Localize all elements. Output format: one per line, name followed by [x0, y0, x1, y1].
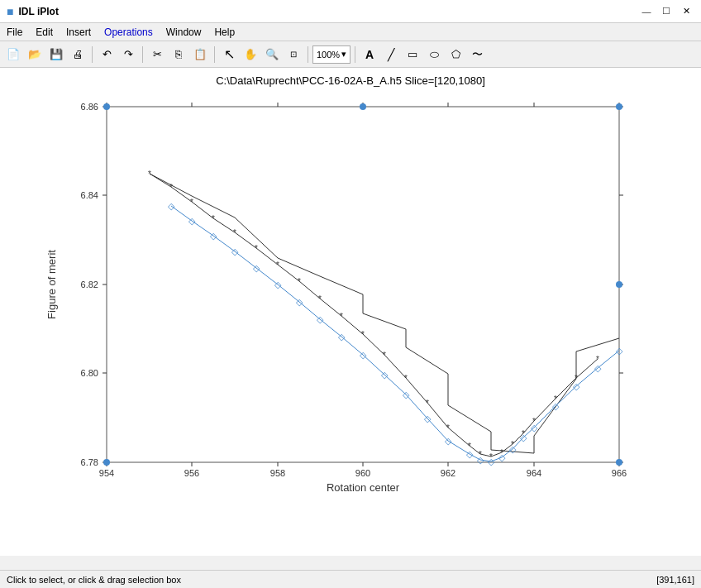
svg-text:*: *	[190, 198, 193, 207]
status-text: Click to select, or click & drag selecti…	[7, 575, 181, 585]
separator-3	[214, 46, 215, 63]
svg-text:958: 958	[270, 468, 285, 478]
svg-text:◇: ◇	[509, 444, 517, 454]
zoom-dropdown-icon: ▾	[341, 49, 346, 60]
svg-text:6.80: 6.80	[81, 368, 98, 378]
separator-4	[308, 46, 308, 63]
svg-text:964: 964	[527, 468, 541, 478]
svg-text:◇: ◇	[498, 452, 506, 462]
svg-text:954: 954	[99, 468, 114, 478]
open-button[interactable]: 📂	[25, 45, 45, 65]
svg-text:*: *	[318, 294, 322, 304]
svg-text:*: *	[426, 399, 429, 408]
svg-text:◇: ◇	[477, 455, 484, 465]
svg-text:◇: ◇	[445, 436, 452, 446]
menu-help[interactable]: Help	[207, 23, 241, 41]
polygon-button[interactable]: ⬠	[446, 45, 465, 65]
svg-text:*: *	[383, 351, 386, 360]
svg-text:◇: ◇	[317, 314, 324, 324]
new-button[interactable]: 📄	[3, 45, 23, 65]
coordinates-display: [391,161]	[656, 575, 694, 585]
svg-text:6.82: 6.82	[81, 280, 98, 289]
copy-button[interactable]: ⎘	[169, 45, 188, 65]
line-button[interactable]: ╱	[381, 45, 401, 65]
menu-operations[interactable]: Operations	[98, 23, 160, 41]
svg-text:*: *	[404, 374, 408, 383]
svg-text:956: 956	[184, 468, 199, 478]
plot-area[interactable]: 6.78 6.80 6.82 6.84 6.86 954 956 958 960…	[41, 90, 660, 495]
svg-text:◇: ◇	[168, 201, 175, 211]
menu-window[interactable]: Window	[160, 23, 208, 41]
zoom-value: 100%	[317, 50, 340, 60]
maximize-button[interactable]: ☐	[658, 3, 675, 20]
menu-bar: File Edit Insert Operations Window Help	[0, 23, 701, 41]
redo-button[interactable]: ↷	[118, 45, 138, 65]
svg-text:*: *	[276, 261, 279, 270]
select-button[interactable]: ↖	[219, 45, 239, 65]
paste-button[interactable]: 📋	[190, 45, 210, 65]
menu-edit[interactable]: Edit	[29, 23, 60, 41]
zoom-selector[interactable]: 100% ▾	[312, 45, 350, 64]
pan-button[interactable]: ✋	[241, 45, 260, 65]
svg-text:*: *	[233, 228, 236, 237]
svg-text:*: *	[361, 330, 365, 339]
save-button[interactable]: 💾	[46, 45, 66, 65]
zoom-in-button[interactable]: 🔍	[262, 45, 282, 65]
svg-text:*: *	[255, 244, 258, 253]
close-button[interactable]: ✕	[678, 3, 694, 20]
undo-button[interactable]: ↶	[97, 45, 117, 65]
toolbar: 📄 📂 💾 🖨 ↶ ↷ ✂ ⎘ 📋 ↖ ✋ 🔍 ⊡ 100% ▾ A ╱ ▭ ⬭…	[0, 41, 701, 68]
svg-text:*: *	[340, 312, 343, 321]
rect-button[interactable]: ▭	[403, 45, 422, 65]
title-bar: ■ IDL iPlot — ☐ ✕	[0, 0, 701, 23]
svg-text:*: *	[446, 423, 450, 433]
svg-rect-0	[107, 107, 619, 462]
svg-text:◇: ◇	[231, 246, 239, 256]
svg-text:962: 962	[441, 468, 455, 478]
svg-text:◇: ◇	[381, 370, 389, 380]
svg-text:*: *	[148, 170, 151, 179]
app-icon: ■	[7, 5, 13, 18]
corner-dot-bl	[103, 459, 110, 466]
svg-text:◇: ◇	[253, 263, 260, 273]
main-content: C:\Data\Ruprecht\PCC-16-02A-B_A.h5 Slice…	[0, 68, 701, 556]
freehand-button[interactable]: 〜	[467, 45, 487, 65]
svg-text:◇: ◇	[594, 363, 602, 373]
svg-text:◇: ◇	[360, 350, 367, 360]
svg-text:966: 966	[612, 468, 627, 478]
cut-button[interactable]: ✂	[147, 45, 167, 65]
separator-1	[92, 46, 93, 63]
separator-5	[355, 46, 355, 63]
menu-file[interactable]: File	[0, 23, 29, 41]
minimize-button[interactable]: —	[638, 3, 655, 20]
svg-text:*: *	[212, 214, 215, 223]
svg-text:6.78: 6.78	[81, 457, 98, 467]
svg-text:◇: ◇	[296, 297, 303, 307]
svg-text:◇: ◇	[338, 332, 346, 342]
window-controls[interactable]: — ☐ ✕	[638, 3, 694, 20]
svg-text:*: *	[298, 277, 301, 286]
svg-text:◇: ◇	[466, 449, 474, 459]
svg-text:6.86: 6.86	[81, 102, 98, 112]
svg-text:960: 960	[355, 468, 370, 478]
svg-text:◇: ◇	[616, 346, 623, 356]
print-button[interactable]: 🖨	[68, 45, 88, 65]
corner-dot-tl	[103, 103, 110, 110]
corner-dot-br	[616, 459, 622, 466]
menu-insert[interactable]: Insert	[60, 23, 98, 41]
plot-title: C:\Data\Ruprecht\PCC-16-02A-B_A.h5 Slice…	[0, 68, 701, 90]
svg-text:◇: ◇	[274, 280, 282, 289]
mid-right-dot	[616, 281, 622, 288]
zoom-out-button[interactable]: ⊡	[284, 45, 303, 65]
text-button[interactable]: A	[360, 45, 379, 65]
svg-text:◇: ◇	[573, 381, 580, 391]
svg-text:Rotation center: Rotation center	[327, 481, 400, 494]
svg-text:*: *	[169, 183, 173, 192]
svg-text:◇: ◇	[520, 433, 527, 442]
app-title: IDL iPlot	[18, 6, 58, 17]
svg-text:◇: ◇	[210, 231, 217, 241]
svg-text:6.84: 6.84	[81, 190, 98, 200]
svg-text:◇: ◇	[424, 414, 432, 423]
svg-text:◇: ◇	[552, 401, 560, 411]
ellipse-button[interactable]: ⬭	[424, 45, 444, 65]
